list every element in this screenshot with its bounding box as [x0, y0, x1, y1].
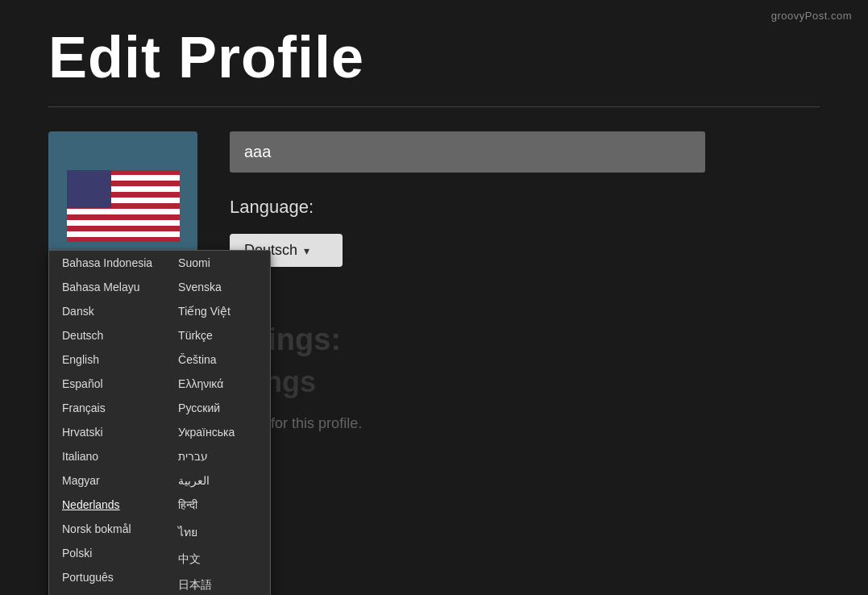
dropdown-item[interactable]: Українська: [165, 420, 270, 444]
dropdown-item[interactable]: العربية: [165, 468, 270, 493]
dropdown-item[interactable]: Dansk: [49, 299, 165, 323]
dropdown-item[interactable]: Magyar: [49, 468, 165, 493]
dropdown-item[interactable]: Svenska: [165, 275, 270, 299]
stripe-11: [67, 226, 180, 231]
us-flag: [67, 170, 180, 243]
dropdown-item[interactable]: Italiano: [49, 444, 165, 468]
dropdown-col-2: SuomiSvenskaTiếng ViệtTürkçeČeštinaΕλλην…: [165, 251, 270, 595]
dropdown-item[interactable]: Suomi: [165, 251, 270, 275]
language-label: Language:: [230, 197, 820, 218]
language-selector-container: Deutsch ▾: [230, 234, 820, 267]
form-section: Language: Deutsch ▾: [230, 131, 820, 281]
language-dropdown-menu: Bahasa IndonesiaBahasa MelayuDanskDeutsc…: [48, 250, 271, 595]
dropdown-item[interactable]: English: [49, 347, 165, 372]
dropdown-item[interactable]: Русский: [165, 396, 270, 420]
dropdown-item[interactable]: Bahasa Indonesia: [49, 251, 165, 275]
flag-canton: [67, 170, 111, 208]
stripe-8: [67, 209, 180, 214]
dropdown-item[interactable]: ไทย: [165, 518, 270, 547]
username-input[interactable]: [230, 131, 705, 173]
dropdown-item[interactable]: 中文: [165, 547, 270, 572]
dropdown-columns: Bahasa IndonesiaBahasa MelayuDanskDeutsc…: [49, 251, 270, 595]
dropdown-item[interactable]: Tiếng Việt: [165, 299, 270, 323]
dropdown-item[interactable]: עברית: [165, 444, 270, 468]
dropdown-item[interactable]: 日本語: [165, 572, 270, 595]
dropdown-item[interactable]: Čeština: [165, 347, 270, 372]
dropdown-item[interactable]: Deutsch: [49, 323, 165, 347]
dropdown-item[interactable]: Español: [49, 372, 165, 396]
dropdown-arrow-icon: ▾: [304, 244, 309, 257]
dropdown-item[interactable]: Français: [49, 396, 165, 420]
watermark-text: groovyPost.com: [771, 10, 852, 22]
dropdown-item[interactable]: Ελληνικά: [165, 372, 270, 396]
dropdown-item[interactable]: Português: [49, 565, 165, 589]
dropdown-item[interactable]: Hrvatski: [49, 420, 165, 444]
dropdown-item[interactable]: Bahasa Melayu: [49, 275, 165, 299]
page-title: Edit Profile: [0, 0, 868, 106]
stripe-10: [67, 220, 180, 226]
dropdown-item[interactable]: Nederlands: [49, 493, 165, 517]
stripe-12: [67, 231, 180, 237]
dropdown-item[interactable]: Türkçe: [165, 323, 270, 347]
dropdown-col-1: Bahasa IndonesiaBahasa MelayuDanskDeutsc…: [49, 251, 165, 595]
dropdown-item[interactable]: Norsk bokmål: [49, 517, 165, 541]
stripe-9: [67, 214, 180, 220]
stripe-13: [67, 237, 180, 243]
dropdown-item[interactable]: हिन्दी: [165, 493, 270, 518]
dropdown-item[interactable]: Polski: [49, 541, 165, 565]
dropdown-item[interactable]: Română: [49, 589, 165, 595]
